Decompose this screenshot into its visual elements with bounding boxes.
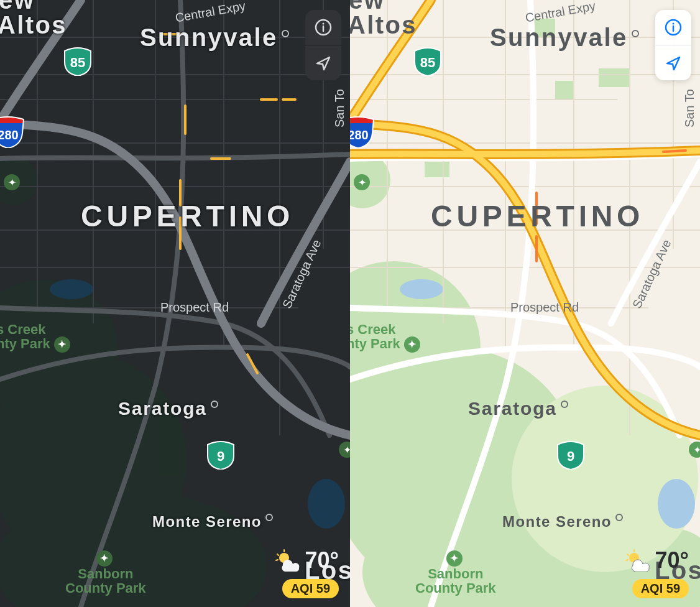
svg-line-19 xyxy=(277,554,279,555)
city-label-monte-sereno: Monte Sereno xyxy=(152,513,273,531)
city-label-sunnyvale: Sunnyvale xyxy=(140,24,289,52)
weather-widget[interactable]: 70° xyxy=(625,547,689,573)
city-label-monte-sereno: Monte Sereno xyxy=(502,513,623,531)
svg-rect-29 xyxy=(555,81,574,100)
temperature-value: 70° xyxy=(655,547,689,573)
svg-rect-27 xyxy=(599,68,630,87)
city-label-saratoga: Saratoga xyxy=(468,398,568,419)
aqi-badge[interactable]: AQI 59 xyxy=(632,579,689,598)
tree-icon: ✦ xyxy=(4,174,20,190)
info-icon xyxy=(664,18,683,37)
info-button[interactable] xyxy=(655,10,691,45)
tree-icon: ✦ xyxy=(404,336,420,353)
map-view-dark[interactable]: CUPERTINO Sunnyvale Saratoga Monte Seren… xyxy=(0,0,350,607)
locate-button[interactable] xyxy=(655,45,691,80)
temperature-value: 70° xyxy=(305,547,339,573)
svg-line-41 xyxy=(627,554,629,555)
tree-icon: ✦ xyxy=(96,550,113,567)
weather-icon xyxy=(625,549,652,572)
route-shield-i280: 280 xyxy=(350,114,375,148)
route-shield-ca9: 9 xyxy=(205,438,236,470)
park-label-stevens-creek: s Creek nty Park ✦ xyxy=(0,322,73,353)
weather-widget[interactable]: 70° xyxy=(275,547,339,573)
route-shield-ca85: 85 xyxy=(62,45,93,76)
svg-point-5 xyxy=(308,479,345,529)
park-label-sanborn: ✦Sanborn County Park xyxy=(415,550,496,595)
svg-line-35 xyxy=(663,151,686,152)
info-button[interactable] xyxy=(305,10,341,45)
tree-icon: ✦ xyxy=(54,336,70,353)
city-label-los-altos: Altos xyxy=(350,11,417,39)
route-shield-ca9: 9 xyxy=(555,438,586,470)
svg-rect-28 xyxy=(425,162,449,177)
svg-line-42 xyxy=(626,560,628,560)
city-label-saratoga: Saratoga xyxy=(118,398,218,419)
road-label-san-tomas: San To xyxy=(333,89,347,127)
park-label-sanborn: ✦Sanborn County Park xyxy=(65,550,146,595)
location-arrow-icon xyxy=(664,53,683,72)
info-icon xyxy=(314,18,333,37)
city-label-los-altos: Altos xyxy=(0,11,67,39)
svg-point-31 xyxy=(400,279,443,299)
map-view-light[interactable]: CUPERTINO Sunnyvale Saratoga Monte Seren… xyxy=(350,0,700,607)
route-shield-i280: 280 xyxy=(0,114,25,148)
location-arrow-icon xyxy=(314,53,333,72)
city-label-mountain-view: ew xyxy=(350,0,385,14)
svg-line-20 xyxy=(276,560,278,560)
road-label-san-tomas: San To xyxy=(683,89,697,127)
route-shield-ca85: 85 xyxy=(412,45,443,76)
map-controls xyxy=(655,10,691,80)
svg-point-15 xyxy=(323,23,325,25)
locate-button[interactable] xyxy=(305,45,341,80)
tree-icon: ✦ xyxy=(354,174,370,190)
svg-point-32 xyxy=(658,479,695,529)
svg-point-4 xyxy=(50,279,93,299)
svg-point-37 xyxy=(673,23,675,25)
map-controls xyxy=(305,10,341,80)
tree-icon: ✦ xyxy=(446,550,463,567)
road-label-prospect: Prospect Rd xyxy=(510,300,579,315)
weather-icon xyxy=(275,549,302,572)
aqi-badge[interactable]: AQI 59 xyxy=(282,579,339,598)
city-label-cupertino: CUPERTINO xyxy=(431,199,644,233)
city-label-cupertino: CUPERTINO xyxy=(81,199,294,233)
road-label-prospect: Prospect Rd xyxy=(160,300,229,315)
city-label-sunnyvale: Sunnyvale xyxy=(490,24,639,52)
park-label-stevens-creek: s Creek nty Park ✦ xyxy=(350,322,423,353)
city-label-mountain-view: ew xyxy=(0,0,35,14)
